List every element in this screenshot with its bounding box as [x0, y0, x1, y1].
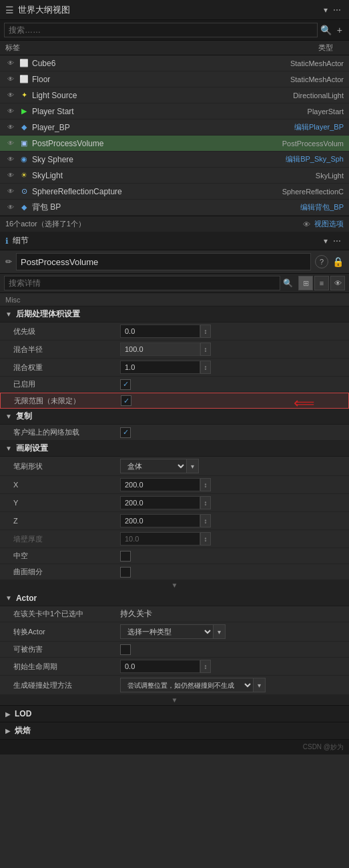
world-outline-header: ☰ 世界大纲视图 ▾ ⋯ — [0, 0, 349, 20]
z-spinner[interactable]: ↕ — [200, 514, 211, 527]
section-header-postprocess[interactable]: ▼ 后期处理体积设置 — [0, 306, 349, 322]
initial-lifespan-input[interactable] — [120, 660, 200, 673]
prop-label-infinite: 无限范围（未限定） — [14, 396, 121, 406]
actor-type-link[interactable]: 编辑Player_BP — [264, 122, 344, 132]
eye-toggle-icon[interactable]: 👁 — [303, 220, 310, 228]
actor-type-link[interactable]: 编辑背包_BP — [264, 202, 344, 212]
sphere-icon: ◉ — [19, 154, 29, 165]
enabled-checkbox[interactable] — [120, 379, 131, 390]
eye-icon[interactable]: 👁 — [5, 58, 16, 69]
section-header-brush[interactable]: ▼ 画刷设置 — [0, 441, 349, 457]
brush-shape-select[interactable]: 盒体 — [120, 459, 187, 473]
blend-weight-input[interactable] — [120, 361, 200, 374]
table-row[interactable]: 👁 ⬜ Cube6 StaticMeshActor — [0, 55, 349, 71]
prop-label-blend-radius: 混合半径 — [13, 345, 120, 355]
eye-icon[interactable]: 👁 — [5, 90, 16, 101]
section-header-replicate[interactable]: ▼ 复制 — [0, 409, 349, 425]
table-row[interactable]: 👁 ✦ Light Source DirectionalLight — [0, 87, 349, 103]
world-search-input[interactable] — [4, 23, 318, 37]
prop-row-infinite: 无限范围（未限定） ⟸ — [0, 393, 349, 409]
prop-label-enabled: 已启用 — [13, 379, 120, 389]
prop-value-can-damage — [120, 644, 344, 655]
section-header-lod[interactable]: ▶ LOD — [0, 705, 349, 722]
details-search-input[interactable] — [4, 276, 280, 290]
table-row[interactable]: 👁 ☀ SkyLight SkyLight — [0, 168, 349, 184]
prop-row-z: Z ↕ — [0, 512, 349, 530]
can-damage-checkbox[interactable] — [120, 644, 131, 655]
eye-icon[interactable]: 👁 — [5, 74, 16, 85]
eye-icon[interactable]: 👁 — [5, 186, 16, 197]
brush-shape-arrow[interactable]: ▾ — [187, 459, 199, 473]
section-header-bake[interactable]: ▶ 烘焙 — [0, 722, 349, 740]
prop-label-selected-level: 在该关卡中1个已选中 — [13, 609, 120, 619]
wall-thickness-input[interactable] — [120, 532, 200, 546]
table-row[interactable]: 👁 ◉ Sky Sphere 编辑BP_Sky_Sph — [0, 152, 349, 168]
x-spinner[interactable]: ↕ — [200, 478, 211, 491]
table-row[interactable]: 👁 ◆ 背包 BP 编辑背包_BP — [0, 200, 349, 216]
net-load-checkbox[interactable] — [120, 427, 131, 438]
column-label-header: 标签 — [5, 43, 20, 53]
section-header-actor[interactable]: ▼ Actor — [0, 590, 349, 606]
table-row[interactable]: 👁 ▣ PostProcessVolume PostProcessVolum — [0, 136, 349, 152]
x-input[interactable] — [120, 478, 200, 491]
prop-row-blend-radius: 混合半径 ↕ — [0, 341, 349, 359]
prop-label-can-damage: 可被伤害 — [13, 644, 120, 654]
actor-name: SkyLight — [32, 171, 264, 180]
eye-icon[interactable]: 👁 — [5, 106, 16, 117]
y-input[interactable] — [120, 496, 200, 509]
component-name-input[interactable] — [16, 253, 311, 270]
prop-value-net-load — [120, 427, 344, 438]
initial-lifespan-spinner[interactable]: ↕ — [200, 660, 211, 673]
world-add-button[interactable]: + — [334, 25, 345, 35]
world-search-button[interactable]: 🔍 — [318, 25, 334, 35]
priority-spinner[interactable]: ↕ — [200, 324, 211, 338]
prop-row-net-load: 客户端上的网络加载 — [0, 425, 349, 441]
reflection-icon: ⊙ — [19, 186, 29, 197]
table-row[interactable]: 👁 ◆ Player_BP 编辑Player_BP — [0, 120, 349, 136]
prop-row-priority: 优先级 ↕ — [0, 322, 349, 341]
blend-weight-spinner[interactable]: ↕ — [200, 361, 211, 374]
details-menu-btn[interactable]: ⋯ — [330, 236, 344, 246]
y-spinner[interactable]: ↕ — [200, 496, 211, 509]
skylight-icon: ☀ — [19, 170, 29, 181]
actor-type-link[interactable]: 编辑BP_Sky_Sph — [264, 154, 344, 164]
spawn-collision-arrow[interactable]: ▾ — [254, 678, 266, 692]
blend-radius-input[interactable] — [120, 343, 200, 356]
light-icon: ✦ — [19, 90, 29, 101]
actor-type: DirectionalLight — [264, 91, 344, 99]
prop-row-enabled: 已启用 — [0, 377, 349, 393]
convert-actor-select[interactable]: 选择一种类型 — [120, 624, 214, 639]
eye-icon[interactable]: 👁 — [5, 170, 16, 181]
table-row[interactable]: 👁 ⊙ SphereReflectionCapture SphereReflec… — [0, 184, 349, 200]
column-type-header: 类型 — [318, 43, 333, 53]
list-view-btn[interactable]: ≡ — [314, 276, 329, 290]
grid-view-btn[interactable]: ⊞ — [298, 276, 313, 290]
infinite-checkbox[interactable] — [121, 395, 131, 406]
table-row[interactable]: 👁 ⬜ Floor StaticMeshActor — [0, 71, 349, 87]
eye-icon[interactable]: 👁 — [5, 154, 16, 165]
spawn-collision-select[interactable]: 尝试调整位置，如仍然碰撞则不生成 — [120, 678, 254, 692]
z-input[interactable] — [120, 514, 200, 527]
actor-type: SphereReflectionC — [264, 188, 344, 196]
outline-menu-btn[interactable]: ⋯ — [330, 5, 344, 15]
options-view-btn[interactable]: 👁 — [330, 276, 345, 290]
details-panel: ℹ 细节 ▾ ⋯ ✏ ? 🔒 🔍 ⊞ ≡ 👁 Misc ▼ 后期处理体积设置 优… — [0, 232, 349, 740]
priority-input[interactable] — [120, 324, 200, 338]
table-row[interactable]: 👁 ▶ Player Start PlayerStart — [0, 103, 349, 120]
details-collapse-btn[interactable]: ▾ — [321, 236, 330, 246]
view-options-label[interactable]: 视图选项 — [314, 219, 344, 229]
hollow-checkbox[interactable] — [120, 551, 131, 562]
convert-actor-arrow[interactable]: ▾ — [214, 624, 226, 639]
eye-icon[interactable]: 👁 — [5, 122, 16, 133]
eye-icon[interactable]: 👁 — [5, 138, 16, 149]
selected-level-text: 持久关卡 — [120, 608, 152, 620]
actor-name: SphereReflectionCapture — [32, 187, 264, 196]
section-title-replicate: 复制 — [16, 411, 32, 422]
help-button[interactable]: ? — [315, 255, 328, 268]
outline-collapse-btn[interactable]: ▾ — [321, 5, 330, 15]
wall-thickness-spinner[interactable]: ↕ — [200, 532, 211, 546]
lock-button[interactable]: 🔒 — [332, 256, 344, 267]
blend-radius-spinner[interactable]: ↕ — [200, 343, 211, 356]
eye-icon[interactable]: 👁 — [5, 202, 16, 213]
tessellation-checkbox[interactable] — [120, 567, 131, 578]
